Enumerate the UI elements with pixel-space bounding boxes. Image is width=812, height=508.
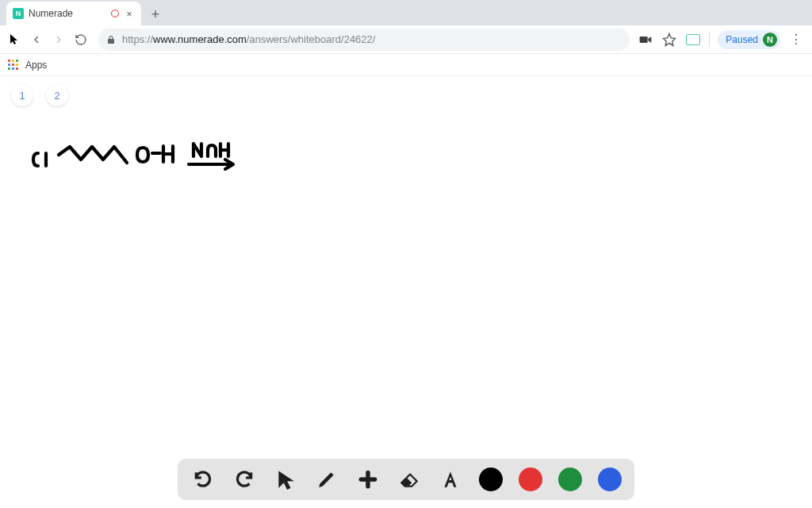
avatar: N (763, 33, 777, 47)
eraser-tool[interactable] (396, 467, 422, 492)
url-path: /answers/whiteboard/24622/ (247, 33, 376, 45)
svg-rect-0 (640, 37, 648, 43)
tab-audio-indicator[interactable] (111, 10, 119, 17)
whiteboard-toolbar (178, 459, 634, 500)
address-bar[interactable]: https://www.numerade.com/answers/whitebo… (98, 29, 630, 51)
page-button-1[interactable]: 1 (11, 84, 33, 106)
camera-icon[interactable] (638, 32, 653, 48)
color-red[interactable] (519, 468, 542, 491)
text-tool[interactable] (438, 467, 463, 492)
redo-button[interactable] (232, 467, 257, 492)
page-button-2[interactable]: 2 (46, 84, 68, 106)
color-black[interactable] (479, 468, 503, 491)
separator (709, 33, 710, 47)
browser-tab[interactable]: N Numerade × (6, 2, 141, 25)
color-green[interactable] (558, 468, 582, 491)
new-tab-button[interactable]: + (144, 3, 167, 25)
url-text: https://www.numerade.com/answers/whitebo… (122, 33, 375, 45)
url-protocol: https:// (122, 33, 153, 45)
reload-button[interactable] (71, 30, 90, 49)
apps-icon[interactable] (8, 60, 19, 71)
whiteboard-drawing (30, 136, 252, 183)
menu-icon[interactable]: ⋮ (788, 32, 804, 47)
browser-toolbar: https://www.numerade.com/answers/whitebo… (0, 25, 812, 54)
profile-status: Paused (726, 34, 758, 45)
tab-close-icon[interactable]: × (124, 8, 135, 19)
apps-label[interactable]: Apps (25, 60, 47, 71)
forward-button[interactable] (49, 30, 68, 49)
whiteboard-content: 1 2 (0, 76, 812, 508)
tab-favicon: N (13, 8, 24, 19)
cursor-icon (5, 30, 24, 49)
pointer-tool[interactable] (273, 467, 298, 492)
url-host: www.numerade.com (153, 33, 247, 45)
pen-tool[interactable] (314, 467, 339, 492)
undo-button[interactable] (190, 467, 216, 492)
profile-chip[interactable]: Paused N (718, 30, 780, 49)
cast-icon[interactable] (685, 32, 701, 48)
lock-icon (106, 35, 116, 44)
back-button[interactable] (27, 30, 46, 49)
page-switcher: 1 2 (11, 84, 68, 106)
color-blue[interactable] (598, 468, 622, 491)
browser-tab-strip: N Numerade × + (0, 0, 812, 25)
add-tool[interactable] (355, 467, 381, 492)
star-icon[interactable] (661, 32, 677, 48)
bookmarks-bar: Apps (0, 54, 812, 76)
tab-title: Numerade (29, 8, 106, 19)
